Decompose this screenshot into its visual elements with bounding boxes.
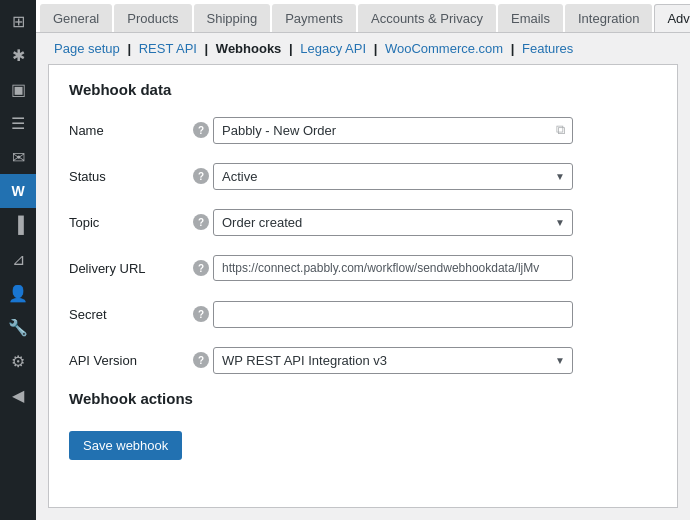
subnav: Page setup | REST API | Webhooks | Legac…	[36, 33, 690, 64]
collapse-icon[interactable]: ◀	[0, 378, 36, 412]
input-name[interactable]	[213, 117, 573, 144]
field-status: Status ? Active Paused Disabled ▼	[69, 160, 657, 192]
help-icon-delivery-url[interactable]: ?	[193, 260, 209, 276]
label-name: Name	[69, 123, 189, 138]
pages-icon[interactable]: ☰	[0, 106, 36, 140]
tab-integration[interactable]: Integration	[565, 4, 652, 32]
field-topic: Topic ? Order created Order updated Orde…	[69, 206, 657, 238]
calendar-icon: ⧉	[556, 122, 565, 138]
woo-icon[interactable]: W	[0, 174, 36, 208]
select-api-version[interactable]: WP REST API Integration v3 WP REST API I…	[213, 347, 573, 374]
label-topic: Topic	[69, 215, 189, 230]
field-name: Name ? ⧉	[69, 114, 657, 146]
tab-payments[interactable]: Payments	[272, 4, 356, 32]
subnav-sep-5: |	[511, 41, 515, 56]
main-content: General Products Shipping Payments Accou…	[36, 0, 690, 520]
dashboard-icon[interactable]: ⊞	[0, 4, 36, 38]
subnav-legacy-api[interactable]: Legacy API	[300, 41, 366, 56]
help-icon-api-version[interactable]: ?	[193, 352, 209, 368]
subnav-rest-api[interactable]: REST API	[139, 41, 197, 56]
field-delivery-url: Delivery URL ?	[69, 252, 657, 284]
tab-advanced[interactable]: Advanced	[654, 4, 690, 32]
subnav-woocommerce[interactable]: WooCommerce.com	[385, 41, 503, 56]
field-secret: Secret ?	[69, 298, 657, 330]
subnav-features[interactable]: Features	[522, 41, 573, 56]
section-title: Webhook data	[69, 81, 657, 98]
tab-shipping[interactable]: Shipping	[194, 4, 271, 32]
help-icon-topic[interactable]: ?	[193, 214, 209, 230]
label-api-version: API Version	[69, 353, 189, 368]
content-area: Webhook data Name ? ⧉ Status ?	[48, 64, 678, 508]
save-webhook-button[interactable]: Save webhook	[69, 431, 182, 460]
label-secret: Secret	[69, 307, 189, 322]
label-delivery-url: Delivery URL	[69, 261, 189, 276]
comments-icon[interactable]: ✉	[0, 140, 36, 174]
input-secret[interactable]	[213, 301, 573, 328]
tools-icon[interactable]: 🔧	[0, 310, 36, 344]
marketing-icon[interactable]: ⊿	[0, 242, 36, 276]
settings-icon[interactable]: ⚙	[0, 344, 36, 378]
label-status: Status	[69, 169, 189, 184]
field-api-version: API Version ? WP REST API Integration v3…	[69, 344, 657, 376]
section-title-actions: Webhook actions	[69, 390, 657, 407]
posts-icon[interactable]: ✱	[0, 38, 36, 72]
subnav-sep-1: |	[127, 41, 131, 56]
analytics-icon[interactable]: ▐	[0, 208, 36, 242]
subnav-sep-3: |	[289, 41, 293, 56]
select-status[interactable]: Active Paused Disabled	[213, 163, 573, 190]
tab-accounts[interactable]: Accounts & Privacy	[358, 4, 496, 32]
subnav-page-setup[interactable]: Page setup	[54, 41, 120, 56]
users-icon[interactable]: 👤	[0, 276, 36, 310]
select-topic[interactable]: Order created Order updated Order delete…	[213, 209, 573, 236]
sidebar: ⊞ ✱ ▣ ☰ ✉ W ▐ ⊿ 👤 🔧 ⚙ ◀	[0, 0, 36, 520]
input-delivery-url[interactable]	[213, 255, 573, 281]
tab-bar: General Products Shipping Payments Accou…	[36, 0, 690, 33]
media-icon[interactable]: ▣	[0, 72, 36, 106]
tab-general[interactable]: General	[40, 4, 112, 32]
subnav-webhooks-active: Webhooks	[216, 41, 282, 56]
help-icon-secret[interactable]: ?	[193, 306, 209, 322]
tab-products[interactable]: Products	[114, 4, 191, 32]
tab-emails[interactable]: Emails	[498, 4, 563, 32]
help-icon-name[interactable]: ?	[193, 122, 209, 138]
subnav-sep-4: |	[374, 41, 378, 56]
subnav-sep-2: |	[205, 41, 209, 56]
help-icon-status[interactable]: ?	[193, 168, 209, 184]
